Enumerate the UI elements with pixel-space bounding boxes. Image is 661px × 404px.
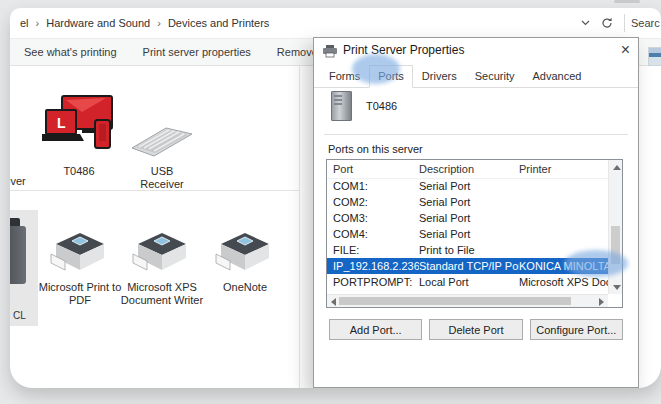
breadcrumb: el › Hardware and Sound › Devices and Pr… (10, 8, 661, 38)
printer-icon (322, 44, 338, 57)
ports-section-label: Ports on this server (328, 143, 423, 155)
background-thumbnail (648, 47, 661, 66)
cell-description: Serial Port (419, 180, 519, 192)
devices-and-printers-window: el › Hardware and Sound › Devices and Pr… (10, 8, 661, 388)
divider (624, 14, 625, 32)
breadcrumb-separator-icon: › (36, 17, 40, 29)
cell-printer: KONICA MINOLTA C28 (519, 260, 608, 272)
cell-port: COM3: (327, 212, 419, 224)
column-header-port[interactable]: Port (327, 163, 419, 175)
cell-port: PORTPROMPT: (327, 276, 419, 288)
svg-text:L: L (57, 115, 66, 131)
horizontal-scrollbar-thumb[interactable] (339, 297, 571, 305)
ports-listview: Port Description Printer COM1: Serial Po… (326, 159, 623, 308)
toolbar-print-server-properties[interactable]: Print server properties (143, 46, 251, 58)
selected-printer-tile-partial[interactable]: CL (10, 210, 38, 326)
table-row[interactable]: FILE: Print to File (327, 242, 608, 258)
breadcrumb-separator-icon: › (157, 17, 161, 29)
partial-printer-icon (10, 226, 26, 284)
cell-port: COM1: (327, 180, 419, 192)
tab-drivers[interactable]: Drivers (413, 65, 466, 87)
scroll-up-icon[interactable] (613, 165, 621, 170)
cell-printer: Microsoft XPS Docume (519, 276, 608, 288)
column-header-description[interactable]: Description (419, 163, 519, 175)
cell-description: Standard TCP/IP Port (419, 260, 519, 272)
cell-description: Serial Port (419, 228, 519, 240)
dialog-titlebar[interactable]: Print Server Properties × (314, 38, 638, 62)
dialog-tabstrip: Forms Ports Drivers Security Advanced (314, 64, 638, 88)
chevron-down-icon[interactable] (577, 15, 593, 31)
cell-port: IP_192.168.2.236 (327, 260, 419, 272)
scroll-left-icon[interactable] (331, 298, 336, 306)
table-row[interactable]: PORTPROMPT: Local Port Microsoft XPS Doc… (327, 274, 608, 290)
column-header-printer[interactable]: Printer (519, 163, 608, 175)
table-row[interactable]: COM3: Serial Port (327, 210, 608, 226)
search-input[interactable]: Searc (631, 17, 661, 29)
usb-receiver-label[interactable]: USB Receiver (128, 165, 196, 191)
configure-port-button[interactable]: Configure Port... (530, 319, 623, 340)
dialog-buttons: Add Port... Delete Port Configure Port..… (329, 319, 623, 340)
delete-port-button[interactable]: Delete Port (429, 319, 522, 340)
printer-onenote-label[interactable]: OneNote (203, 281, 287, 294)
listview-rows: COM1: Serial Port COM2: Serial Port COM3… (327, 178, 608, 294)
table-row[interactable]: COM4: Serial Port (327, 226, 608, 242)
close-icon[interactable]: × (621, 39, 630, 61)
printer-onenote-icon[interactable] (213, 228, 277, 274)
printer-pdf-label[interactable]: Microsoft Print to PDF (38, 281, 122, 307)
vertical-scrollbar-thumb[interactable] (611, 226, 620, 264)
print-server-properties-dialog: Print Server Properties × Forms Ports Dr… (313, 37, 639, 388)
cell-description: Print to File (419, 244, 519, 256)
cell-description: Local Port (419, 276, 519, 288)
horizontal-scrollbar[interactable] (327, 294, 608, 307)
refresh-icon[interactable] (599, 15, 615, 31)
server-name: T0486 (366, 100, 397, 112)
listview-header: Port Description Printer (327, 160, 608, 179)
printer-pdf-icon[interactable] (48, 228, 112, 274)
pane-divider (299, 66, 300, 388)
tab-ports[interactable]: Ports (369, 65, 413, 88)
table-row[interactable]: COM2: Serial Port (327, 194, 608, 210)
cell-port: COM4: (327, 228, 419, 240)
breadcrumb-item-devices-and-printers[interactable]: Devices and Printers (168, 17, 270, 29)
device-t0486-icon[interactable]: L (42, 94, 116, 158)
printer-xps-label[interactable]: Microsoft XPS Document Writer (118, 281, 206, 307)
cell-port: FILE: (327, 244, 419, 256)
cropped-ui-fragment (614, 0, 640, 3)
toolbar-see-whats-printing[interactable]: See what's printing (24, 46, 117, 58)
vertical-scrollbar[interactable] (608, 160, 622, 294)
table-row-selected[interactable]: IP_192.168.2.236 Standard TCP/IP Port KO… (327, 258, 608, 274)
add-port-button[interactable]: Add Port... (329, 319, 422, 340)
partial-printer-label: CL (13, 310, 26, 321)
tab-advanced[interactable]: Advanced (523, 65, 590, 87)
dialog-title: Print Server Properties (343, 43, 464, 57)
breadcrumb-item-cut[interactable]: el (20, 17, 29, 29)
tab-security[interactable]: Security (466, 65, 524, 87)
screenshot-viewport: el › Hardware and Sound › Devices and Pr… (0, 0, 661, 404)
cell-description: Serial Port (419, 212, 519, 224)
cell-port: COM2: (327, 196, 419, 208)
usb-receiver-keyboard-icon[interactable] (128, 122, 196, 160)
tab-forms[interactable]: Forms (320, 65, 369, 87)
cut-device-label: iver (10, 175, 26, 187)
scroll-right-icon[interactable] (599, 298, 604, 306)
server-icon (331, 91, 352, 121)
printer-xps-icon[interactable] (130, 228, 194, 274)
divider (324, 134, 628, 135)
addressbar-right-controls: Searc (574, 8, 661, 38)
breadcrumb-item-hardware-and-sound[interactable]: Hardware and Sound (46, 17, 150, 29)
device-t0486-label[interactable]: T0486 (42, 165, 116, 178)
cell-description: Serial Port (419, 196, 519, 208)
scroll-down-icon[interactable] (613, 285, 621, 290)
table-row[interactable]: COM1: Serial Port (327, 178, 608, 194)
